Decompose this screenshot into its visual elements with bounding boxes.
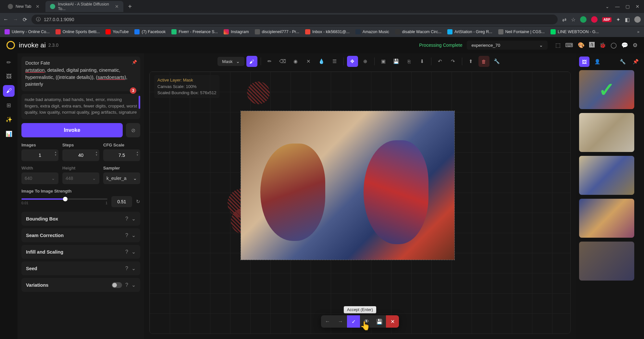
bookmark-webtoon[interactable]: LINE WEBTOON - G... (551, 29, 599, 34)
bookmark-cgs[interactable]: Neil Fontaine | CGS... (498, 29, 545, 34)
reset-icon[interactable]: ↻ (136, 199, 140, 205)
undo-icon[interactable]: ↶ (435, 56, 446, 67)
layers-icon[interactable]: ▣ (378, 56, 389, 67)
star-icon[interactable]: ☆ (571, 17, 576, 23)
steps-input[interactable] (62, 149, 99, 161)
maximize-icon[interactable]: ▢ (625, 4, 630, 9)
i2i-slider[interactable] (21, 198, 107, 200)
rail-canvas-icon[interactable]: 🖌 (3, 85, 15, 97)
bookmark-artstation[interactable]: ArtStation - Greg R... (447, 29, 492, 34)
canvas-viewport[interactable]: Active Layer: Mask Canvas Scale: 100% Sc… (149, 71, 571, 334)
forward-icon[interactable]: → (13, 17, 18, 22)
minimize-icon[interactable]: — (615, 4, 620, 9)
staging-accept-icon[interactable]: ✓ (347, 315, 360, 328)
pencil-icon[interactable]: ✏ (264, 56, 275, 67)
translate-icon[interactable]: ⇄ (562, 17, 566, 23)
cfg-input[interactable] (103, 149, 140, 161)
bookmark-youtube[interactable]: YouTube (105, 29, 129, 34)
staging-prev-icon[interactable]: ← (321, 315, 334, 328)
bookmark-amazon-music[interactable]: Amazon Music (355, 29, 389, 34)
brush-tool-icon[interactable]: 🖌 (246, 56, 257, 67)
bookmark-fiverr[interactable]: Fiverr - Freelance S... (171, 29, 218, 34)
staging-show-icon[interactable]: 👁 (360, 315, 373, 328)
rail-nodes-icon[interactable]: ⊞ (3, 99, 15, 111)
keyboard-icon[interactable]: ⌨ (565, 42, 573, 49)
fill-icon[interactable]: ◉ (290, 56, 301, 67)
move-tool-icon[interactable]: ✥ (347, 56, 358, 67)
bookmark-wacom[interactable]: disable Wacom Circ... (395, 29, 441, 34)
bookmark-disciple[interactable]: discipleneil777 - Pr... (255, 29, 299, 34)
gallery-settings-icon[interactable]: 🔧 (617, 56, 628, 67)
browser-tab-newtab[interactable]: New Tab ✕ (3, 1, 44, 12)
negative-prompt-input[interactable]: nude bad anatomy, bad hands, text, error… (21, 94, 140, 119)
tab-close-icon[interactable]: ✕ (36, 4, 40, 9)
tab-close-icon[interactable]: ✕ (115, 4, 119, 9)
github-icon[interactable]: ◯ (611, 42, 617, 49)
upload-icon[interactable]: ⬆ (465, 56, 477, 67)
gallery-thumb[interactable] (579, 113, 634, 152)
transform-icon[interactable]: ⊕ (360, 56, 371, 67)
bookmark-sports[interactable]: Online Sports Betti... (56, 29, 100, 34)
help-icon[interactable]: ? (125, 216, 128, 222)
bookmarks-overflow-icon[interactable]: » (637, 30, 639, 34)
accordion-seam[interactable]: Seam Correction ?⌄ (21, 228, 140, 242)
settings-icon[interactable]: ⚙ (633, 42, 638, 49)
gallery-thumb[interactable]: ✓ (579, 70, 634, 109)
reload-icon[interactable]: ⟳ (23, 17, 27, 23)
new-tab-button[interactable]: + (125, 3, 135, 10)
accordion-seed[interactable]: Seed ?⌄ (21, 261, 140, 275)
canvas-bounding-box[interactable] (241, 111, 455, 260)
accordion-infill[interactable]: Infill and Scaling ?⌄ (21, 245, 140, 259)
help-icon[interactable]: ? (125, 266, 128, 271)
slider-thumb[interactable] (63, 197, 68, 201)
gallery-pin-icon[interactable]: 📌 (630, 56, 641, 67)
sidepanel-icon[interactable]: ◧ (625, 17, 630, 23)
back-icon[interactable]: ← (3, 17, 8, 22)
rail-postprocess-icon[interactable]: ✨ (3, 114, 15, 125)
trash-icon[interactable]: 🗑 (478, 56, 489, 67)
profile-avatar[interactable] (634, 16, 641, 23)
discord-icon[interactable]: 💬 (621, 42, 628, 49)
model-select[interactable]: experience_70 ⌄ (467, 41, 548, 50)
eyedropper-icon[interactable]: 💧 (316, 56, 327, 67)
staging-next-icon[interactable]: → (334, 315, 347, 328)
copy-icon[interactable]: ⎘ (404, 56, 415, 67)
positive-prompt-input[interactable]: 📌 Doctor Fate artstation, detailed, digi… (21, 56, 140, 91)
rail-img2img-icon[interactable]: 🖼 (3, 71, 15, 82)
pin-icon[interactable]: 📌 (132, 59, 137, 66)
extensions-icon[interactable]: ✦ (616, 17, 620, 23)
layer-select[interactable]: Mask⌄ (217, 57, 244, 66)
save-icon[interactable]: 💾 (391, 56, 402, 67)
invoke-button[interactable]: Invoke (21, 123, 123, 137)
extension-icon[interactable] (591, 16, 598, 23)
browser-tab-invokeai[interactable]: InvokeAI - A Stable Diffusion To... ✕ (45, 1, 123, 12)
staging-discard-icon[interactable]: ✕ (386, 315, 399, 328)
variations-toggle[interactable] (112, 282, 122, 288)
extension-icon[interactable] (580, 16, 587, 23)
palette-icon[interactable]: 🎨 (578, 42, 585, 49)
cancel-button[interactable]: ⊘ (126, 123, 140, 137)
close-icon[interactable]: ✕ (636, 4, 639, 9)
help-icon[interactable]: ? (125, 249, 128, 255)
cube-icon[interactable]: ⬚ (555, 42, 561, 49)
eraser-icon[interactable]: ⌫ (277, 56, 288, 67)
adblock-icon[interactable]: ABP (602, 17, 612, 22)
gallery-thumb[interactable] (579, 199, 634, 238)
gallery-thumb[interactable] (579, 156, 634, 195)
help-icon[interactable]: ? (125, 232, 128, 238)
language-icon[interactable]: 🅰 (589, 42, 595, 49)
i2i-value[interactable]: 0.51 (111, 196, 132, 207)
width-select[interactable]: 640⌄ (21, 172, 58, 184)
accordion-variations[interactable]: Variations ?⌄ (21, 278, 140, 292)
accordion-bounding-box[interactable]: Bounding Box ?⌄ (21, 212, 140, 226)
clear-icon[interactable]: ✕ (303, 56, 314, 67)
bookmark-udemy[interactable]: Udemy - Online Co... (5, 29, 50, 34)
wrench-icon[interactable]: 🔧 (491, 56, 502, 67)
bookmark-inbox[interactable]: Inbox - klk56831@... (305, 29, 350, 34)
bug-icon[interactable]: 🐞 (599, 42, 606, 49)
staging-save-icon[interactable]: 💾 (373, 315, 386, 328)
redo-icon[interactable]: ↷ (448, 56, 459, 67)
height-select[interactable]: 448⌄ (62, 172, 99, 184)
bookmark-instagram[interactable]: Instagram (224, 29, 249, 34)
chevron-down-icon[interactable]: ⌄ (605, 4, 609, 9)
